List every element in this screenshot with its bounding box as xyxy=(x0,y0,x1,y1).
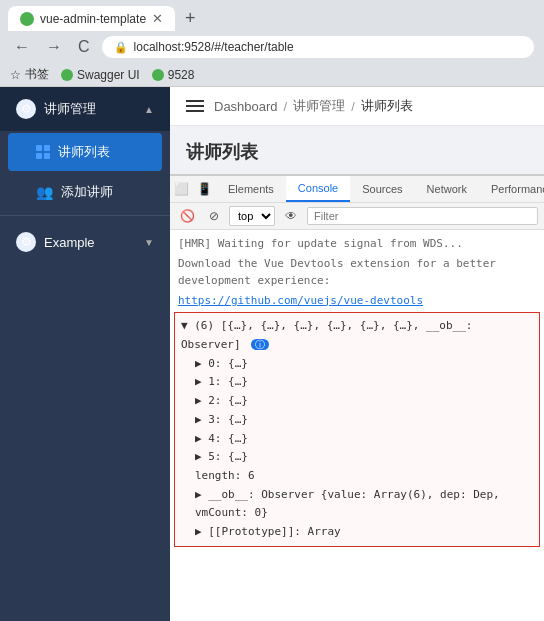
example-gear-icon: ⚙ xyxy=(16,232,36,252)
content-header: Dashboard / 讲师管理 / 讲师列表 xyxy=(170,87,544,126)
tree-item-1[interactable]: ▶ 1: {…} xyxy=(195,373,533,392)
hamburger-line xyxy=(186,100,204,102)
breadcrumb-sep-1: / xyxy=(284,99,288,114)
breadcrumb: Dashboard / 讲师管理 / 讲师列表 xyxy=(214,97,413,115)
hamburger-line xyxy=(186,105,204,107)
tab-bar: vue-admin-template ✕ + xyxy=(0,0,544,31)
breadcrumb-sep-2: / xyxy=(351,99,355,114)
tab-title: vue-admin-template xyxy=(40,12,146,26)
reload-button[interactable]: C xyxy=(74,36,94,58)
port-favicon xyxy=(152,69,164,81)
grid-icon xyxy=(36,145,50,159)
sidebar-sub-item-teacher-list[interactable]: 讲师列表 xyxy=(8,133,162,171)
bookmark-swagger[interactable]: Swagger UI xyxy=(61,68,140,82)
breadcrumb-home[interactable]: Dashboard xyxy=(214,99,278,114)
sidebar-item-label: 讲师管理 xyxy=(44,100,96,118)
content-area: Dashboard / 讲师管理 / 讲师列表 讲师列表 ⬜ 📱 Element… xyxy=(170,87,544,621)
sidebar-item-teacher-mgmt[interactable]: ⚙ 讲师管理 ▲ xyxy=(0,87,170,131)
tree-children: ▶ 0: {…} ▶ 1: {…} ▶ 2: {…} ▶ 3: {…} ▶ 4:… xyxy=(181,355,533,542)
lock-icon: 🔒 xyxy=(114,41,128,54)
example-left: ⚙ Example xyxy=(16,232,95,252)
devtools-tab-network[interactable]: Network xyxy=(415,177,479,201)
sidebar-divider xyxy=(0,215,170,216)
main-layout: ⚙ 讲师管理 ▲ 讲师列表 👥 添加讲师 ⚙ Example xyxy=(0,87,544,621)
devtools-link[interactable]: https://github.com/vuejs/vue-devtools xyxy=(178,294,423,307)
devtools-tab-elements[interactable]: Elements xyxy=(216,177,286,201)
hamburger-line xyxy=(186,110,204,112)
browser-chrome: vue-admin-template ✕ + ← → C 🔒 localhost… xyxy=(0,0,544,87)
chevron-down-icon: ▼ xyxy=(144,237,154,248)
devtools-eye-button[interactable]: 👁 xyxy=(281,207,301,225)
bookmark-label: 书签 xyxy=(25,66,49,83)
tree-item-2[interactable]: ▶ 2: {…} xyxy=(195,392,533,411)
tree-item-5[interactable]: ▶ 5: {…} xyxy=(195,448,533,467)
breadcrumb-teacher[interactable]: 讲师管理 xyxy=(293,97,345,115)
bookmarks-bar: ☆ 书签 Swagger UI 9528 xyxy=(0,63,544,87)
people-icon: 👥 xyxy=(36,184,53,200)
swagger-favicon xyxy=(61,69,73,81)
new-tab-button[interactable]: + xyxy=(179,6,202,31)
chevron-up-icon: ▲ xyxy=(144,104,154,115)
console-line-devtools: Download the Vue Devtools extension for … xyxy=(170,254,544,291)
address-bar: ← → C 🔒 localhost:9528/#/teacher/table xyxy=(0,31,544,63)
tree-item-3[interactable]: ▶ 3: {…} xyxy=(195,411,533,430)
console-line-hmr: [HMR] Waiting for update signal from WDS… xyxy=(170,234,544,254)
example-label: Example xyxy=(44,235,95,250)
devtools-toolbar: 🚫 ⊘ top 👁 xyxy=(170,203,544,230)
browser-tab[interactable]: vue-admin-template ✕ xyxy=(8,6,175,31)
devtools-top-select[interactable]: top xyxy=(229,206,275,226)
devtools-device-button[interactable]: 📱 xyxy=(193,180,216,198)
sidebar: ⚙ 讲师管理 ▲ 讲师列表 👥 添加讲师 ⚙ Example xyxy=(0,87,170,621)
tree-item-4[interactable]: ▶ 4: {…} xyxy=(195,430,533,449)
sidebar-sub-item-add-teacher[interactable]: 👥 添加讲师 xyxy=(0,173,170,211)
tree-item-length: length: 6 xyxy=(195,467,533,486)
devtools-tab-sources[interactable]: Sources xyxy=(350,177,414,201)
devtools-inspect-button[interactable]: ⬜ xyxy=(170,180,193,198)
devtools-filter-input[interactable] xyxy=(307,207,538,225)
star-icon: ☆ xyxy=(10,68,21,82)
breadcrumb-current: 讲师列表 xyxy=(361,97,413,115)
swagger-label: Swagger UI xyxy=(77,68,140,82)
url-bar[interactable]: 🔒 localhost:9528/#/teacher/table xyxy=(102,36,534,58)
sidebar-sub-item-label: 讲师列表 xyxy=(58,143,110,161)
sidebar-sub-item-add-label: 添加讲师 xyxy=(61,183,113,201)
console-tree-root: ▼ (6) [{…}, {…}, {…}, {…}, {…}, {…}, __o… xyxy=(174,312,540,546)
tree-item-ob[interactable]: ▶ __ob__: Observer {value: Array(6), dep… xyxy=(195,486,533,523)
hamburger-menu-button[interactable] xyxy=(186,100,204,112)
gear-icon: ⚙ xyxy=(16,99,36,119)
sidebar-item-left: ⚙ 讲师管理 xyxy=(16,99,96,119)
tree-item-0[interactable]: ▶ 0: {…} xyxy=(195,355,533,374)
bookmark-9528[interactable]: 9528 xyxy=(152,68,195,82)
info-badge: ⓘ xyxy=(251,339,269,350)
forward-button[interactable]: → xyxy=(42,36,66,58)
tab-close-button[interactable]: ✕ xyxy=(152,11,163,26)
tree-root-label[interactable]: ▼ (6) [{…}, {…}, {…}, {…}, {…}, {…}, __o… xyxy=(181,317,533,354)
devtools-toggle-button[interactable]: ⊘ xyxy=(205,207,223,225)
devtools-panel: ⬜ 📱 Elements Console Sources Network Per… xyxy=(170,174,544,621)
devtools-clear-button[interactable]: 🚫 xyxy=(176,207,199,225)
bookmark-star[interactable]: ☆ 书签 xyxy=(10,66,49,83)
url-text: localhost:9528/#/teacher/table xyxy=(134,40,294,54)
tab-favicon xyxy=(20,12,34,26)
console-line-link: https://github.com/vuejs/vue-devtools xyxy=(170,291,544,311)
devtools-tab-performance[interactable]: Performance xyxy=(479,177,544,201)
tree-root-text: ▼ (6) [{…}, {…}, {…}, {…}, {…}, {…}, __o… xyxy=(181,319,472,351)
port-label: 9528 xyxy=(168,68,195,82)
devtools-console: [HMR] Waiting for update signal from WDS… xyxy=(170,230,544,621)
sidebar-item-example[interactable]: ⚙ Example ▼ xyxy=(0,220,170,264)
tree-item-proto[interactable]: ▶ [[Prototype]]: Array xyxy=(195,523,533,542)
back-button[interactable]: ← xyxy=(10,36,34,58)
page-title: 讲师列表 xyxy=(170,126,544,174)
devtools-tabs: ⬜ 📱 Elements Console Sources Network Per… xyxy=(170,176,544,203)
devtools-tab-console[interactable]: Console xyxy=(286,176,350,202)
